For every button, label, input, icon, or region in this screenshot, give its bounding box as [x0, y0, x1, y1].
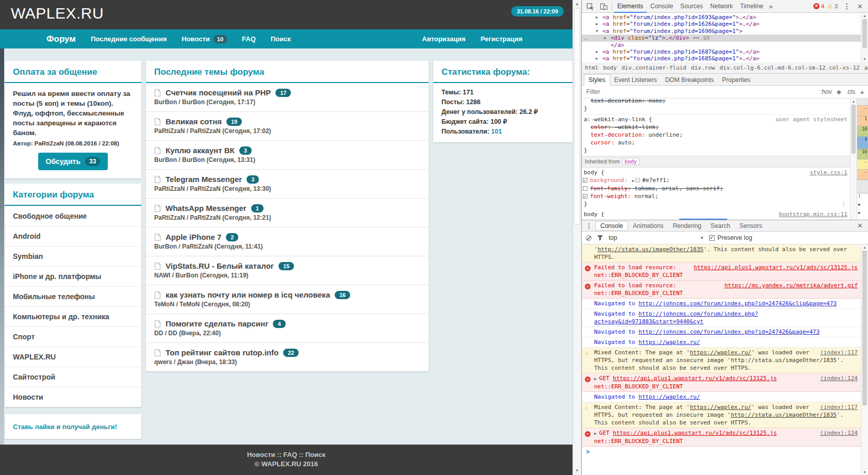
- nav-item[interactable]: Форум: [46, 34, 76, 44]
- console-menu-icon[interactable]: ⋮: [583, 222, 595, 230]
- expand-icon[interactable]: ▶: [594, 431, 597, 436]
- nav-item[interactable]: Регистрация: [481, 35, 522, 43]
- tab-console[interactable]: Console: [647, 0, 677, 13]
- category-item[interactable]: Свободное общение: [5, 206, 141, 226]
- message-link[interactable]: http://johncms.com/forum/index.php?id=24…: [638, 329, 820, 335]
- console-scrollbar-thumb[interactable]: [862, 251, 867, 405]
- elements-tree-node[interactable]: ▶<a href="forum/index.php?id=1685&page=1…: [582, 55, 861, 62]
- inspect-element-icon[interactable]: [583, 0, 597, 12]
- source-location-link[interactable]: (index):124: [820, 374, 858, 382]
- node-link[interactable]: body: [622, 158, 640, 165]
- twisty-icon[interactable]: ▶: [596, 14, 598, 21]
- scroll-up-icon[interactable]: ▲: [861, 13, 868, 19]
- filter-icon[interactable]: [597, 235, 603, 241]
- nav-item[interactable]: Поиск: [271, 35, 291, 43]
- preserve-log-checkbox[interactable]: [709, 235, 715, 241]
- category-item[interactable]: WAPLEX.RU: [5, 347, 141, 367]
- elements-tree-node[interactable]: ▼<a href="forum/index.php?id=1690&page=1…: [582, 28, 861, 35]
- twisty-icon[interactable]: ▶: [596, 21, 598, 27]
- rule-menu-icon[interactable]: ⋮: [841, 200, 850, 208]
- topic-row[interactable]: Apple iPhone 72BurBon / PaRtiZzaN (Сегод…: [146, 227, 429, 256]
- tab-sensors[interactable]: Sensors: [735, 222, 767, 230]
- nav-item[interactable]: Последние сообщения: [91, 35, 167, 43]
- breadcrumb-item[interactable]: div.container-fluid: [621, 64, 686, 71]
- devtools-close-icon[interactable]: ✕: [854, 3, 866, 10]
- topic-row[interactable]: Топ рейтинг сайтов rutop.info22qwers / Д…: [146, 342, 429, 371]
- message-link[interactable]: https://mc.yandex.ru/metrika/advert.gif: [725, 282, 858, 289]
- message-link[interactable]: https://waplex.ru/: [638, 339, 700, 346]
- tab-search[interactable]: Search: [706, 222, 735, 230]
- source-location-link[interactable]: (index):117: [820, 403, 858, 411]
- topic-row[interactable]: Помогите сделать парсинг4DD / DD (Вчера,…: [146, 314, 429, 342]
- stat-value[interactable]: 101: [491, 128, 502, 135]
- device-toolbar-icon[interactable]: [597, 0, 610, 12]
- tab-styles[interactable]: Styles: [584, 74, 610, 86]
- declaration-checkbox[interactable]: [583, 178, 587, 183]
- expand-icon[interactable]: ▶: [594, 376, 597, 381]
- breadcrumb-item[interactable]: html: [585, 64, 599, 71]
- scroll-up-icon[interactable]: ▲: [850, 99, 857, 105]
- category-item[interactable]: Symbian: [5, 246, 141, 266]
- console-scrollbar[interactable]: ▲ ▼: [861, 244, 868, 475]
- message-link[interactable]: https://api.plus1.wapstart.ru/v1/ads/sc/…: [694, 264, 858, 271]
- warning-count-icon[interactable]: ⚠: [827, 3, 833, 9]
- tab-event-listeners[interactable]: Event Listeners: [610, 75, 661, 85]
- hov-toggle[interactable]: :hov: [820, 88, 832, 95]
- message-link[interactable]: https://waplex.ru/: [690, 404, 751, 411]
- source-location-link[interactable]: (index):117: [820, 349, 858, 356]
- devtools-menu-icon[interactable]: ⋮: [840, 2, 854, 10]
- elements-tree-node[interactable]: ▶<a href="forum/index.php?id=1626&page=1…: [582, 21, 861, 27]
- tab-rendering[interactable]: Rendering: [668, 222, 706, 230]
- message-link[interactable]: http://stata.us/imageOther/1835: [731, 412, 837, 418]
- nav-item[interactable]: FAQ: [242, 35, 256, 43]
- topic-row[interactable]: Великая сотня19PaRtiZzaN / PaRtiZzaN (Се…: [146, 111, 429, 140]
- tab-dom-breakpoints[interactable]: DOM Breakpoints: [661, 75, 718, 85]
- scroll-down-icon[interactable]: ▼: [573, 467, 581, 474]
- nav-item[interactable]: Авторизация: [422, 35, 465, 43]
- topic-row[interactable]: VipStats.RU - Белый каталог15NAWI / BurB…: [146, 256, 429, 285]
- message-link[interactable]: https://api.plus1.wapstart.ru/v1/ads/sc/…: [613, 375, 777, 382]
- twisty-icon[interactable]: ▶: [604, 35, 607, 41]
- elements-scrollbar[interactable]: ▲ ▼: [861, 13, 868, 62]
- scroll-up-icon[interactable]: ▲: [573, 1, 581, 8]
- page-scrollbar-thumb[interactable]: [574, 8, 580, 225]
- tab-console-drawer[interactable]: Console: [595, 221, 628, 231]
- page-scrollbar[interactable]: ▲ ▼: [572, 0, 581, 475]
- topic-row[interactable]: WhatsApp Messenger1PaRtiZzaN / PaRtiZzaN…: [146, 198, 429, 227]
- category-item[interactable]: iPhone и др. платформы: [5, 266, 141, 286]
- element-state-icon[interactable]: ◈: [837, 88, 841, 95]
- elements-tree-node[interactable]: ▶<a href="forum/index.php?id=1693&page="…: [582, 14, 861, 21]
- footer-links[interactable]: Новости :: FAQ :: Поиск: [0, 451, 572, 458]
- styles-scrollbar-thumb[interactable]: [851, 105, 856, 154]
- topic-row[interactable]: Счетчик посещений на PHP17BurBon / BurBo…: [146, 83, 429, 111]
- likes-link[interactable]: Ставь лайки и получай деньги!: [13, 423, 117, 431]
- stylesheet-origin[interactable]: bootstrap.min.css:11: [779, 210, 850, 218]
- breadcrumb-item[interactable]: div.col-lg-6.col-md-6.col-sm-12.col-xs-1…: [719, 64, 860, 71]
- breadcrumb-item[interactable]: div.row: [691, 64, 715, 71]
- category-item[interactable]: Компьютеры и др. техника: [5, 306, 141, 326]
- topic-row[interactable]: Куплю аккаунт ВК3BurBon / BurBon (Сегодн…: [146, 140, 429, 169]
- console-close-icon[interactable]: ✕: [853, 222, 867, 230]
- tab-animations[interactable]: Animations: [628, 222, 668, 230]
- category-item[interactable]: Спорт: [5, 326, 141, 347]
- category-item[interactable]: Android: [5, 226, 141, 246]
- tab-network[interactable]: Network: [707, 0, 736, 13]
- category-item[interactable]: Новости: [5, 387, 141, 407]
- clear-console-icon[interactable]: [586, 235, 592, 241]
- topic-row[interactable]: как узнать почту или номер в icq человек…: [146, 285, 429, 314]
- error-count-icon[interactable]: ✕: [813, 3, 820, 9]
- more-tabs-icon[interactable]: »: [767, 3, 775, 10]
- elements-tree-node[interactable]: ▶<a href="forum/index.php?id=1687&page=1…: [582, 48, 861, 55]
- tab-elements[interactable]: Elements: [614, 0, 647, 13]
- breadcrumb-item[interactable]: body: [603, 64, 617, 71]
- twisty-icon[interactable]: ▼: [596, 28, 598, 35]
- message-link[interactable]: http://stata.us/imageOther/1835: [598, 246, 703, 253]
- execution-context-select[interactable]: top ▼: [609, 234, 704, 241]
- new-style-rule-icon[interactable]: +: [860, 88, 864, 96]
- tab-timeline[interactable]: Timeline: [736, 0, 767, 13]
- elements-scrollbar-thumb[interactable]: [862, 19, 867, 48]
- category-item[interactable]: Мобильные телефоны: [5, 286, 141, 306]
- discuss-button[interactable]: Обсудить 33: [38, 153, 108, 170]
- declaration-checkbox[interactable]: [583, 194, 587, 199]
- styles-filter-input[interactable]: [585, 88, 820, 96]
